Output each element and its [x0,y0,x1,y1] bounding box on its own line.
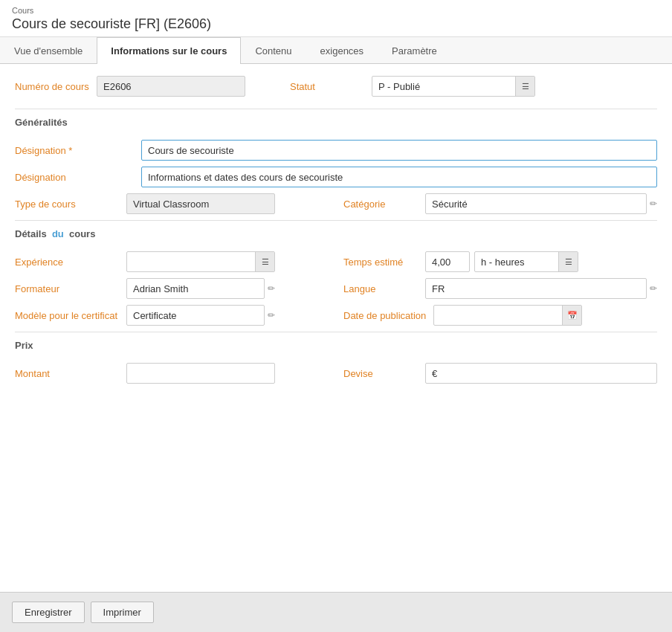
section-generalites: Généralités [15,109,657,132]
type-label: Type de cours [15,199,119,210]
temps-label: Temps estimé [343,257,418,268]
langue-label: Langue [343,283,418,294]
montant-label: Montant [15,368,119,379]
langue-edit-icon[interactable]: ✏ [650,283,657,294]
modele-input[interactable] [126,305,265,326]
header: Cours Cours de secouriste [FR] (E2606) [0,0,672,37]
statut-label: Statut [290,81,364,92]
designation-label: Désignation [15,169,134,186]
formateur-group: Formateur ✏ [15,278,329,299]
categorie-group: Catégorie ✏ [343,193,657,214]
designation-input[interactable] [141,167,657,187]
tab-overview[interactable]: Vue d'ensemble [0,37,97,64]
tab-settings[interactable]: Paramètre [378,37,451,64]
designation-row: Désignation [15,167,657,187]
designation-required-row: Désignation * [15,140,657,161]
temps-group: Temps estimé h - heures ☰ [343,251,657,272]
devise-group: Devise [343,363,657,384]
langue-wrapper: ✏ [425,278,657,299]
temps-value-input[interactable] [425,251,470,272]
experience-select[interactable]: ☰ [126,251,275,272]
tab-content[interactable]: Contenu [241,37,306,64]
date-pub-wrapper: 📅 [433,305,582,326]
numero-label: Numéro de cours [15,81,89,92]
montant-group: Montant [15,363,329,384]
categorie-label: Catégorie [343,199,418,210]
modele-date-row: Modèle pour le certificat ✏ Date de publ… [15,305,657,326]
page-wrapper: Cours Cours de secouriste [FR] (E2606) V… [0,0,672,632]
section-prix: Prix [15,332,657,355]
date-pub-group: Date de publication 📅 [343,305,657,326]
date-pub-cal-icon: 📅 [562,306,581,325]
statut-dropdown-icon: ☰ [515,77,534,96]
statut-group: Statut P - Publié ☰ [290,76,535,97]
tabs-bar: Vue d'ensemble Informations sur le cours… [0,37,672,64]
formateur-langue-row: Formateur ✏ Langue ✏ [15,278,657,299]
save-button[interactable]: Enregistrer [12,602,85,623]
experience-dropdown-icon: ☰ [255,252,274,271]
modele-wrapper: ✏ [126,305,275,326]
modele-edit-icon[interactable]: ✏ [268,310,275,320]
print-button[interactable]: Imprimer [91,602,154,623]
langue-input[interactable] [425,278,647,299]
tab-info[interactable]: Informations sur le cours [97,37,241,64]
date-pub-select[interactable]: 📅 [433,305,582,326]
main-content: Numéro de cours Statut P - Publié ☰ Géné… [0,64,672,592]
type-input[interactable] [126,193,275,214]
montant-input[interactable] [126,363,275,384]
temps-fields: h - heures ☰ [425,251,578,272]
section-details: Détails du cours [15,220,657,244]
date-pub-label: Date de publication [343,310,426,321]
experience-select-wrapper: ☰ [126,251,275,272]
categorie-wrapper: ✏ [425,193,657,214]
experience-temps-row: Expérience ☰ Temps estimé h - heures ☰ [15,251,657,272]
modele-label: Modèle pour le certificat [15,310,119,321]
experience-group: Expérience ☰ [15,251,329,272]
modele-group: Modèle pour le certificat ✏ [15,305,329,326]
numero-input[interactable] [97,76,245,97]
statut-select-wrapper: P - Publié ☰ [372,76,535,97]
footer: Enregistrer Imprimer [0,592,672,632]
tab-requirements[interactable]: exigences [306,37,378,64]
designation-required-input[interactable] [141,140,657,161]
top-fields: Numéro de cours Statut P - Publié ☰ [15,76,657,97]
formateur-wrapper: ✏ [126,278,275,299]
experience-label: Expérience [15,257,119,268]
montant-devise-row: Montant Devise [15,363,657,384]
type-categorie-row: Type de cours Catégorie ✏ [15,193,657,214]
categorie-input[interactable] [425,193,647,214]
numero-group: Numéro de cours [15,76,245,97]
devise-label: Devise [343,368,418,379]
formateur-label: Formateur [15,283,119,294]
formateur-edit-icon[interactable]: ✏ [268,283,275,294]
statut-select[interactable]: P - Publié ☰ [372,76,535,97]
formateur-input[interactable] [126,278,265,299]
breadcrumb: Cours [12,6,660,15]
type-group: Type de cours [15,193,329,214]
temps-unit-select[interactable]: h - heures ☰ [474,251,578,272]
temps-unit-icon: ☰ [558,252,578,271]
page-title: Cours de secouriste [FR] (E2606) [12,16,660,32]
designation-required-label: Désignation * [15,142,134,159]
devise-input[interactable] [425,363,657,384]
langue-group: Langue ✏ [343,278,657,299]
categorie-edit-icon[interactable]: ✏ [650,199,657,209]
temps-unit-wrapper: h - heures ☰ [474,251,578,272]
